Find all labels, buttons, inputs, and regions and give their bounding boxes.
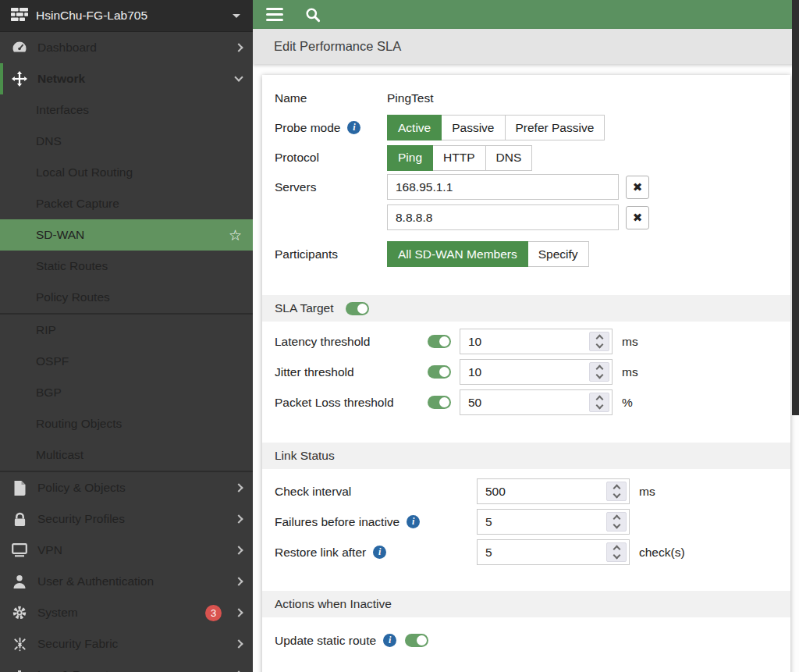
sidebar-item-packet-capture[interactable]: Packet Capture bbox=[0, 188, 253, 219]
server-input-1[interactable] bbox=[387, 174, 619, 200]
search-icon[interactable] bbox=[304, 6, 321, 23]
latency-toggle[interactable] bbox=[428, 335, 451, 348]
participants-all-members-button[interactable]: All SD-WAN Members bbox=[387, 241, 528, 267]
chevron-right-icon bbox=[234, 546, 243, 554]
sidebar-item-rip[interactable]: RIP bbox=[0, 315, 253, 346]
chevron-right-icon bbox=[234, 608, 243, 617]
update-static-route-label: Update static route i bbox=[275, 634, 428, 648]
participants-row: Participants All SD-WAN Members Specify bbox=[262, 241, 790, 267]
sidebar-item-multicast[interactable]: Multicast bbox=[0, 439, 253, 471]
servers-row-1: Servers ✖ bbox=[262, 174, 790, 200]
star-outline-icon[interactable]: ☆ bbox=[229, 228, 242, 243]
probe-mode-prefer-passive-button[interactable]: Prefer Passive bbox=[506, 115, 605, 140]
chevron-right-icon bbox=[234, 639, 243, 648]
sidebar-item-policy-routes[interactable]: Policy Routes bbox=[0, 282, 253, 313]
chevron-right-icon bbox=[234, 577, 243, 585]
device-selector[interactable]: HsinChu-FG-Lab705 bbox=[0, 0, 253, 32]
sidebar-item-dns[interactable]: DNS bbox=[0, 126, 253, 157]
sidebar-item-bgp[interactable]: BGP bbox=[0, 377, 253, 408]
packet-loss-spinner[interactable] bbox=[589, 393, 609, 412]
sidebar-item-ospf[interactable]: OSPF bbox=[0, 346, 253, 377]
check-interval-input-wrap bbox=[477, 478, 630, 504]
restore-label: Restore link after i bbox=[275, 546, 477, 560]
probe-mode-passive-button[interactable]: Passive bbox=[442, 115, 505, 140]
jitter-unit: ms bbox=[622, 365, 638, 379]
sidebar-item-routing-objects[interactable]: Routing Objects bbox=[0, 408, 253, 439]
jitter-toggle[interactable] bbox=[428, 365, 451, 379]
update-static-route-toggle[interactable] bbox=[405, 634, 428, 647]
protocol-dns-button[interactable]: DNS bbox=[486, 145, 533, 171]
protocol-label: Protocol bbox=[275, 151, 387, 165]
update-static-route-row: Update static route i bbox=[262, 628, 790, 653]
notification-badge: 3 bbox=[205, 605, 222, 621]
restore-input-wrap bbox=[477, 539, 630, 565]
lock-icon bbox=[11, 512, 28, 527]
edit-performance-sla-form: Name PingTest Probe mode i Active Passiv… bbox=[262, 75, 790, 672]
probe-mode-label: Probe mode i bbox=[275, 121, 387, 135]
packet-loss-threshold-row: Packet Loss threshold % bbox=[262, 389, 790, 415]
check-interval-unit: ms bbox=[639, 485, 655, 499]
page-title: Edit Performance SLA bbox=[274, 39, 401, 54]
sidebar-item-log-report[interactable]: Log & Report bbox=[0, 660, 253, 672]
content: Name PingTest Probe mode i Active Passiv… bbox=[253, 64, 799, 672]
sidebar-item-dashboard[interactable]: Dashboard bbox=[0, 32, 253, 63]
restore-spinner[interactable] bbox=[606, 542, 627, 562]
sidebar-item-interfaces[interactable]: Interfaces bbox=[0, 94, 253, 126]
sidebar-item-user-authentication[interactable]: User & Authentication bbox=[0, 566, 253, 597]
packet-loss-threshold-label: Packet Loss threshold bbox=[275, 396, 428, 410]
document-icon bbox=[11, 481, 28, 496]
probe-mode-row: Probe mode i Active Passive Prefer Passi… bbox=[262, 112, 790, 143]
chevron-right-icon bbox=[234, 514, 243, 523]
sidebar-item-static-routes[interactable]: Static Routes bbox=[0, 251, 253, 282]
hamburger-menu-icon[interactable] bbox=[266, 8, 283, 21]
check-interval-spinner[interactable] bbox=[606, 482, 627, 501]
sidebar-item-security-fabric[interactable]: Security Fabric bbox=[0, 628, 253, 660]
sidebar-item-label: Network bbox=[37, 72, 226, 86]
latency-spinner[interactable] bbox=[589, 332, 609, 351]
link-status-header: Link Status bbox=[262, 443, 790, 469]
name-value: PingTest bbox=[387, 91, 433, 105]
info-icon[interactable]: i bbox=[383, 634, 396, 647]
restore-link-after-row: Restore link after i check(s) bbox=[262, 539, 790, 565]
failures-label: Failures before inactive i bbox=[275, 515, 477, 529]
packet-loss-toggle[interactable] bbox=[428, 396, 451, 409]
protocol-ping-button[interactable]: Ping bbox=[387, 145, 433, 171]
info-icon[interactable]: i bbox=[407, 515, 420, 528]
remove-server-button[interactable]: ✖ bbox=[626, 206, 649, 229]
sidebar-item-system[interactable]: System 3 bbox=[0, 597, 253, 628]
sidebar-item-local-out-routing[interactable]: Local Out Routing bbox=[0, 157, 253, 188]
barchart-icon bbox=[11, 668, 28, 672]
sidebar-item-vpn[interactable]: VPN bbox=[0, 535, 253, 566]
failures-spinner[interactable] bbox=[606, 512, 627, 532]
restore-unit: check(s) bbox=[639, 546, 685, 560]
jitter-threshold-label: Jitter threshold bbox=[275, 365, 428, 379]
fabric-icon bbox=[11, 637, 28, 652]
actions-when-inactive-header: Actions when Inactive bbox=[262, 591, 790, 617]
probe-mode-active-button[interactable]: Active bbox=[387, 115, 442, 140]
servers-row-2: ✖ bbox=[262, 204, 790, 230]
sidebar-item-network[interactable]: Network bbox=[0, 63, 253, 94]
failures-before-inactive-row: Failures before inactive i bbox=[262, 509, 790, 535]
sla-target-toggle[interactable] bbox=[346, 302, 369, 315]
sidebar: HsinChu-FG-Lab705 Dashboard Network Inte… bbox=[0, 0, 253, 672]
actions-title: Actions when Inactive bbox=[275, 597, 392, 611]
sidebar-item-sd-wan[interactable]: SD-WAN ☆ bbox=[0, 219, 253, 251]
fortigate-logo-icon bbox=[11, 8, 28, 24]
remove-server-button[interactable]: ✖ bbox=[626, 176, 649, 199]
jitter-spinner[interactable] bbox=[589, 362, 609, 382]
info-icon[interactable]: i bbox=[373, 546, 386, 559]
sidebar-item-security-profiles[interactable]: Security Profiles bbox=[0, 503, 253, 535]
check-interval-label: Check interval bbox=[275, 485, 477, 499]
sidebar-item-policy-objects[interactable]: Policy & Objects bbox=[0, 472, 253, 503]
sla-target-title: SLA Target bbox=[275, 301, 334, 315]
info-icon[interactable]: i bbox=[347, 121, 360, 134]
protocol-http-button[interactable]: HTTP bbox=[433, 145, 485, 171]
name-label: Name bbox=[275, 91, 387, 105]
server-input-2[interactable] bbox=[387, 204, 619, 230]
monitor-icon bbox=[11, 543, 28, 557]
packet-loss-unit: % bbox=[622, 396, 633, 410]
protocol-segmented: Ping HTTP DNS bbox=[387, 145, 532, 171]
person-icon bbox=[11, 574, 28, 588]
topbar bbox=[253, 0, 799, 29]
participants-specify-button[interactable]: Specify bbox=[528, 241, 589, 267]
